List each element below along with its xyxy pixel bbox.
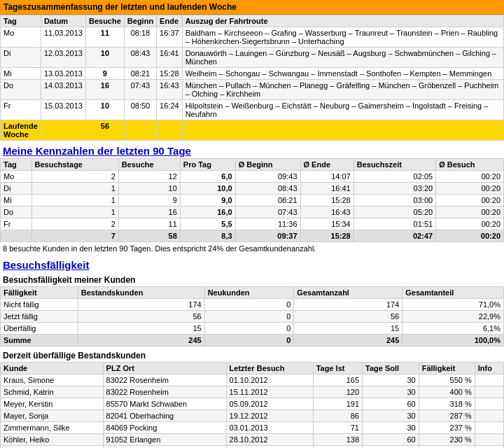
s90-cell: 07:43 [235,206,300,218]
weekly-cell: 16:43 [157,80,183,100]
overdue-cell: 07.01.2013 [226,446,313,449]
besuch-cell: 71,0% [402,299,504,311]
overdue-cell: 287 % [419,410,475,422]
overdue-cell: Zimmermann, Silke [1,422,104,434]
overdue-cell [475,434,503,446]
s90-cell: 7 [31,230,118,242]
besuch-col-header: Bestandskunden [78,287,204,299]
overdue-cell: 71 [313,422,362,434]
besuch-cell: 174 [294,299,402,311]
overdue-cell [475,398,503,410]
overdue-row: Zimmermann, Silke84069 Pocking03.01.2013… [1,422,504,434]
section-90-table-wrapper: TagBesuchstageBesuchePro TagØ BeginnØ En… [0,158,504,242]
weekly-col-header: Tag [1,15,41,27]
besuch-col-header: Fälligkeit [1,287,78,299]
page-header: Tageszusammenfassung der letzten und lau… [0,0,504,15]
overdue-cell: 19.12.2012 [226,410,313,422]
besuch-col-header: Gesamtanteil [402,287,504,299]
s90-cell: Di [1,183,32,195]
s90-cell: 03:20 [354,183,435,195]
weekly-cell [41,120,85,141]
section-90-table: TagBesuchstageBesuchePro TagØ BeginnØ En… [0,158,504,242]
overdue-cell: Kraus, Simone [1,374,104,386]
s90-row: Fr2115,511:3615:3401:5100:20 [1,218,504,230]
overdue-cell: 237 % [419,422,475,434]
overdue-cell [475,446,503,449]
overdue-cell: 30 [363,446,419,449]
s90-cell: Mi [1,195,32,206]
section-overdue-table-wrapper: KundePLZ OrtLetzter BesuchTage IstTage S… [0,362,504,448]
weekly-cell: Do [1,80,41,100]
s90-row: Di11010,008:4316:4103:2000:20 [1,183,504,195]
s90-cell: 08:21 [235,195,300,206]
s90-cell: Fr [1,218,32,230]
overdue-cell: 05.09.2012 [226,398,313,410]
overdue-cell: 60 [363,398,419,410]
s90-cell: 01:51 [354,218,435,230]
overdue-row: Kraus, Simone83022 Rosenheim01.10.201216… [1,374,504,386]
besuch-cell: 6,1% [402,323,504,335]
weekly-cell [182,120,503,141]
overdue-cell: 30 [363,374,419,386]
besuch-cell: 245 [78,335,204,346]
s90-cell: 5,5 [180,218,235,230]
besuch-cell: 100,0% [402,335,504,346]
besuch-cell: 56 [78,311,204,323]
overdue-cell: 85570 Markt Schwaben [103,398,226,410]
besuch-col-header: Neukunden [204,287,294,299]
overdue-cell: 318 % [419,398,475,410]
overdue-cell: 138 [313,434,362,446]
weekly-section: TagDatumBesucheBeginnEndeAuszug der Fahr… [0,15,504,141]
besuch-cell: Überfällig [1,323,78,335]
overdue-cell: 120 [313,386,362,398]
section-90-title: Meine Kennzahlen der letzten 90 Tage [0,141,504,158]
overdue-col-header: Fälligkeit [419,363,475,374]
weekly-col-header: Besuche [85,15,124,27]
s90-cell: 15:34 [300,218,354,230]
overdue-cell: 28.10.2012 [226,434,313,446]
s90-cell: 1 [31,195,118,206]
section-besuch-sub-title: Besuchsfälligkeit meiner Kunden [0,272,504,286]
s90-cell: 1 [31,206,118,218]
section-90-info: 8 besuchte Kunden in den letzten 90 Tage… [0,242,504,255]
weekly-cell: München – Pullach – München – Planegg – … [182,80,503,100]
overdue-cell: Meyer, Kerstin [1,398,104,410]
weekly-cell: 16:41 [157,48,183,68]
weekly-row: Fr15.03.20131008:5016:24Hilpoltstein – W… [1,100,504,120]
s90-cell: Mo [1,171,32,183]
overdue-row: Köhler, Heiko91052 Erlangen28.10.2012138… [1,434,504,446]
s90-cell: 02:47 [354,230,435,242]
s90-cell: 16:43 [300,206,354,218]
weekly-cell: Laufende Woche [1,120,41,141]
s90-col-header: Ø Ende [300,159,354,171]
besuch-cell: Nicht fällig [1,299,78,311]
weekly-cell: 10 [85,100,124,120]
weekly-row: Mi13.03.2013908:2115:28Weilheim – Schong… [1,68,504,80]
overdue-row: Mayer, Sonja82041 Oberhaching19.12.20128… [1,410,504,422]
besuch-cell: Jetzt fällig [1,311,78,323]
s90-col-header: Besuche [118,159,180,171]
weekly-cell: 15.03.2013 [41,100,85,120]
s90-cell: 15:28 [300,230,354,242]
section-besuch-table: FälligkeitBestandskundenNeukundenGesamta… [0,286,504,346]
s90-col-header: Ø Beginn [235,159,300,171]
besuch-cell: 0 [204,335,294,346]
overdue-cell: 400 % [419,386,475,398]
s90-cell: 00:20 [436,206,504,218]
weekly-cell: Fr [1,100,41,120]
weekly-cell: 12.03.2013 [41,48,85,68]
s90-cell: 58 [118,230,180,242]
weekly-cell: 14.03.2013 [41,80,85,100]
overdue-cell: 30 [363,422,419,434]
s90-cell: 10 [118,183,180,195]
besuch-cell: Summe [1,335,78,346]
overdue-row: Meyer, Kerstin85570 Markt Schwaben05.09.… [1,398,504,410]
weekly-cell: Donauwörth – Lauingen – Günzburg – Neusä… [182,48,503,68]
s90-cell: 00:20 [436,230,504,242]
overdue-cell: 84069 Pocking [103,422,226,434]
weekly-cell: 08:18 [124,27,156,48]
overdue-col-header: Letzter Besuch [226,363,313,374]
s90-cell: 00:20 [436,195,504,206]
besuch-row: Überfällig150156,1% [1,323,504,335]
section-besuch-table-wrapper: FälligkeitBestandskundenNeukundenGesamta… [0,286,504,346]
